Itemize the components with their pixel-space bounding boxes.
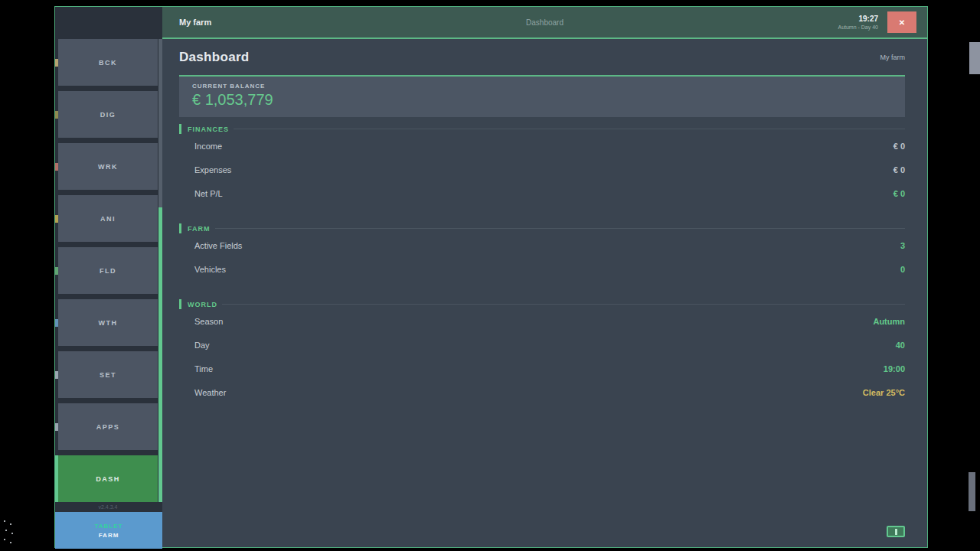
main-panel: My farm Dashboard 19:27 Autumn - Day 40 … <box>162 7 927 547</box>
row-value: € 0 <box>893 189 905 198</box>
tablet-brand-footer: TABLET FARM <box>55 512 162 549</box>
row-value: € 0 <box>893 142 905 151</box>
world-row-day: Day 40 <box>179 333 905 357</box>
sidebar-item-animals[interactable]: ANI <box>58 195 158 242</box>
balance-card: CURRENT BALANCE € 1,053,779 <box>179 77 905 117</box>
section-farm-header: FARM <box>179 223 905 233</box>
sidebar-item-fields[interactable]: FLD <box>58 247 158 294</box>
sidebar-mark-icon <box>55 267 58 275</box>
section-rule <box>234 129 905 129</box>
row-label: Net P/L <box>194 189 223 198</box>
sidebar-active-indicator <box>55 455 58 502</box>
row-label: Time <box>194 364 213 373</box>
section-rule <box>215 228 906 229</box>
balance-value: € 1,053,779 <box>192 91 905 109</box>
world-row-weather: Weather Clear 25°C <box>179 380 905 404</box>
titlebar: My farm Dashboard 19:27 Autumn - Day 40 … <box>162 7 927 39</box>
section-rule <box>222 304 905 305</box>
dashboard-content: Dashboard My farm CURRENT BALANCE € 1,05… <box>162 39 927 547</box>
page-title: Dashboard <box>179 50 250 65</box>
titlebar-app-title: Dashboard <box>162 18 927 27</box>
row-value: Clear 25°C <box>863 388 905 397</box>
row-value: 0 <box>900 265 905 274</box>
section-world-header: WORLD <box>179 299 905 309</box>
row-value: € 0 <box>893 165 905 174</box>
finances-row-netpl: Net P/L € 0 <box>179 181 905 205</box>
date-label: Autumn - Day 40 <box>838 24 878 31</box>
row-value: 40 <box>896 341 905 350</box>
row-label: Day <box>194 341 210 350</box>
sidebar-mark-icon <box>55 111 58 119</box>
edge-scrollbar-top[interactable] <box>969 42 980 74</box>
sidebar-header-block <box>58 7 158 39</box>
sidebar-item-weather[interactable]: WTH <box>58 299 158 346</box>
world-row-season: Season Autumn <box>179 309 905 333</box>
sidebar-item-settings[interactable]: SET <box>58 351 158 398</box>
section-accent-bar <box>179 223 181 233</box>
section-accent-bar <box>179 299 181 309</box>
row-value: 3 <box>900 241 905 250</box>
page-farm-label: My farm <box>880 54 906 61</box>
brand-line-farm: FARM <box>99 532 119 539</box>
row-label: Vehicles <box>194 265 226 274</box>
row-label: Active Fields <box>194 241 242 250</box>
farm-row-active-fields: Active Fields 3 <box>179 233 905 257</box>
close-icon: ✕ <box>899 18 905 27</box>
finances-row-expenses: Expenses € 0 <box>179 158 905 181</box>
clock-label: 19:27 <box>838 15 878 24</box>
row-label: Season <box>194 317 223 326</box>
sidebar-mark-icon <box>55 319 58 327</box>
row-label: Weather <box>194 388 226 397</box>
page-header: Dashboard My farm <box>179 39 905 75</box>
close-button[interactable]: ✕ <box>887 11 916 33</box>
sidebar-mark-icon <box>55 163 58 171</box>
game-screen: BCK DIG WRK ANI FLD WTH SET APPS DASH v2… <box>0 0 980 551</box>
version-label: v2.4.3.4 <box>58 502 158 512</box>
row-value: 19:00 <box>884 364 905 373</box>
sidebar-item-apps[interactable]: APPS <box>58 403 158 450</box>
sidebar: BCK DIG WRK ANI FLD WTH SET APPS DASH v2… <box>55 7 162 547</box>
section-title: FINANCES <box>188 126 229 133</box>
sidebar-mark-icon <box>55 371 58 379</box>
sidebar-mark-icon <box>55 59 58 67</box>
edge-scrollbar-bottom[interactable] <box>969 472 975 511</box>
section-finances-header: FINANCES <box>179 124 905 134</box>
sidebar-item-dashboard[interactable]: DASH <box>58 455 158 502</box>
world-row-time: Time 19:00 <box>179 357 905 380</box>
battery-level-bar <box>895 529 897 535</box>
row-label: Income <box>194 142 222 151</box>
sidebar-mark-icon <box>55 215 58 223</box>
sidebar-item-dig[interactable]: DIG <box>58 91 158 138</box>
row-value: Autumn <box>873 317 905 326</box>
sidebar-mark-icon <box>55 423 58 431</box>
farm-row-vehicles: Vehicles 0 <box>179 257 905 281</box>
titlebar-farm-name: My farm <box>179 18 211 27</box>
row-label: Expenses <box>194 165 231 174</box>
brand-line-tablet: TABLET <box>95 523 123 530</box>
battery-icon <box>887 526 905 537</box>
section-accent-bar <box>179 124 181 134</box>
finances-row-income: Income € 0 <box>179 134 905 158</box>
section-title: FARM <box>188 225 211 233</box>
sidebar-item-back[interactable]: BCK <box>58 39 158 86</box>
tablet-panel: BCK DIG WRK ANI FLD WTH SET APPS DASH v2… <box>54 6 928 548</box>
sidebar-item-work[interactable]: WRK <box>58 143 158 190</box>
balance-label: CURRENT BALANCE <box>192 83 905 90</box>
section-title: WORLD <box>188 301 217 308</box>
hud-dots-decor <box>4 520 16 545</box>
titlebar-clock-block: 19:27 Autumn - Day 40 <box>838 15 878 31</box>
